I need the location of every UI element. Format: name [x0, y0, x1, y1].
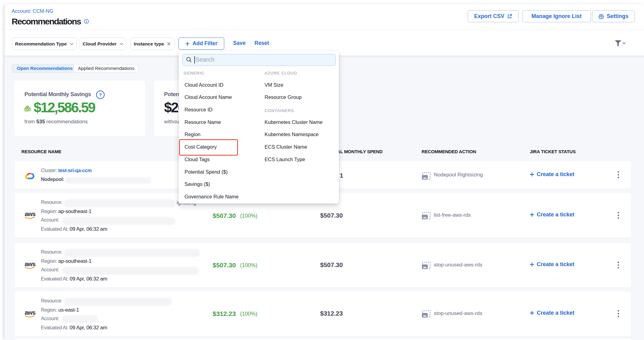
- svg-text:aws: aws: [25, 261, 36, 267]
- svg-text:aws: aws: [25, 310, 36, 316]
- svg-text:aws: aws: [25, 211, 36, 217]
- svg-text:?: ?: [99, 92, 102, 97]
